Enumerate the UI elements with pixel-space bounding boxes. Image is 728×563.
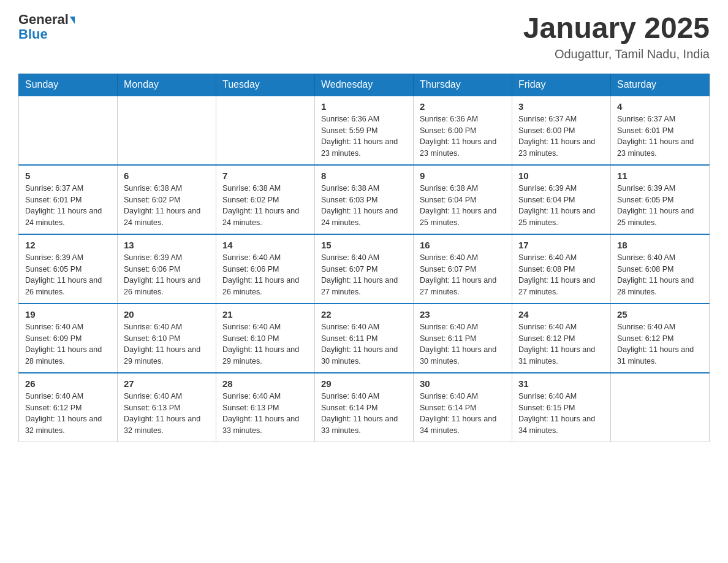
day-number: 8 xyxy=(321,170,407,181)
week-row-3: 12Sunrise: 6:39 AM Sunset: 6:05 PM Dayli… xyxy=(19,234,710,304)
day-info: Sunrise: 6:40 AM Sunset: 6:06 PM Dayligh… xyxy=(222,252,308,298)
day-number: 2 xyxy=(420,101,506,112)
day-number: 30 xyxy=(420,378,506,389)
calendar-cell: 1Sunrise: 6:36 AM Sunset: 5:59 PM Daylig… xyxy=(315,96,414,165)
day-number: 5 xyxy=(25,170,111,181)
calendar-cell: 31Sunrise: 6:40 AM Sunset: 6:15 PM Dayli… xyxy=(512,373,611,442)
day-number: 31 xyxy=(518,378,604,389)
header-sunday: Sunday xyxy=(19,74,118,96)
day-info: Sunrise: 6:40 AM Sunset: 6:13 PM Dayligh… xyxy=(124,391,210,437)
day-number: 27 xyxy=(124,378,210,389)
calendar-cell: 23Sunrise: 6:40 AM Sunset: 6:11 PM Dayli… xyxy=(414,304,512,373)
calendar-cell: 7Sunrise: 6:38 AM Sunset: 6:02 PM Daylig… xyxy=(216,165,315,234)
calendar-header-row: SundayMondayTuesdayWednesdayThursdayFrid… xyxy=(19,74,710,96)
day-info: Sunrise: 6:38 AM Sunset: 6:02 PM Dayligh… xyxy=(124,183,210,229)
day-number: 20 xyxy=(124,309,210,320)
header-tuesday: Tuesday xyxy=(216,74,315,96)
calendar-cell: 3Sunrise: 6:37 AM Sunset: 6:00 PM Daylig… xyxy=(512,96,611,165)
day-number: 6 xyxy=(124,170,210,181)
calendar-cell: 13Sunrise: 6:39 AM Sunset: 6:06 PM Dayli… xyxy=(118,234,216,304)
day-info: Sunrise: 6:40 AM Sunset: 6:08 PM Dayligh… xyxy=(518,252,604,298)
calendar-cell xyxy=(19,96,118,165)
day-info: Sunrise: 6:37 AM Sunset: 6:01 PM Dayligh… xyxy=(25,183,111,229)
logo-blue-text: Blue xyxy=(18,27,75,42)
calendar-cell: 27Sunrise: 6:40 AM Sunset: 6:13 PM Dayli… xyxy=(118,373,216,442)
calendar-cell: 28Sunrise: 6:40 AM Sunset: 6:13 PM Dayli… xyxy=(216,373,315,442)
location-subtitle: Odugattur, Tamil Nadu, India xyxy=(523,47,710,61)
day-number: 7 xyxy=(222,170,308,181)
day-number: 4 xyxy=(617,101,703,112)
day-info: Sunrise: 6:37 AM Sunset: 6:00 PM Dayligh… xyxy=(518,113,604,159)
header-monday: Monday xyxy=(118,74,216,96)
calendar-cell: 15Sunrise: 6:40 AM Sunset: 6:07 PM Dayli… xyxy=(315,234,414,304)
day-number: 10 xyxy=(518,170,604,181)
calendar-cell: 6Sunrise: 6:38 AM Sunset: 6:02 PM Daylig… xyxy=(118,165,216,234)
day-info: Sunrise: 6:39 AM Sunset: 6:05 PM Dayligh… xyxy=(25,252,111,298)
week-row-5: 26Sunrise: 6:40 AM Sunset: 6:12 PM Dayli… xyxy=(19,373,710,442)
day-number: 29 xyxy=(321,378,407,389)
day-number: 11 xyxy=(617,170,703,181)
logo-triangle-icon xyxy=(70,17,75,24)
day-info: Sunrise: 6:38 AM Sunset: 6:03 PM Dayligh… xyxy=(321,183,407,229)
logo-general-text: General xyxy=(18,12,69,27)
day-number: 15 xyxy=(321,240,407,250)
day-number: 1 xyxy=(321,101,407,112)
calendar-cell: 21Sunrise: 6:40 AM Sunset: 6:10 PM Dayli… xyxy=(216,304,315,373)
calendar-cell: 5Sunrise: 6:37 AM Sunset: 6:01 PM Daylig… xyxy=(19,165,118,234)
day-number: 23 xyxy=(420,309,506,320)
week-row-2: 5Sunrise: 6:37 AM Sunset: 6:01 PM Daylig… xyxy=(19,165,710,234)
calendar-cell: 2Sunrise: 6:36 AM Sunset: 6:00 PM Daylig… xyxy=(414,96,512,165)
calendar-table: SundayMondayTuesdayWednesdayThursdayFrid… xyxy=(18,74,710,442)
day-info: Sunrise: 6:40 AM Sunset: 6:11 PM Dayligh… xyxy=(321,321,407,367)
day-number: 13 xyxy=(124,240,210,250)
day-info: Sunrise: 6:40 AM Sunset: 6:15 PM Dayligh… xyxy=(518,391,604,437)
calendar-cell: 12Sunrise: 6:39 AM Sunset: 6:05 PM Dayli… xyxy=(19,234,118,304)
calendar-cell: 22Sunrise: 6:40 AM Sunset: 6:11 PM Dayli… xyxy=(315,304,414,373)
day-number: 9 xyxy=(420,170,506,181)
day-info: Sunrise: 6:36 AM Sunset: 6:00 PM Dayligh… xyxy=(420,113,506,159)
day-info: Sunrise: 6:39 AM Sunset: 6:04 PM Dayligh… xyxy=(518,183,604,229)
calendar-cell: 8Sunrise: 6:38 AM Sunset: 6:03 PM Daylig… xyxy=(315,165,414,234)
logo: General Blue xyxy=(18,12,75,42)
day-info: Sunrise: 6:40 AM Sunset: 6:11 PM Dayligh… xyxy=(420,321,506,367)
header-saturday: Saturday xyxy=(611,74,710,96)
calendar-cell: 16Sunrise: 6:40 AM Sunset: 6:07 PM Dayli… xyxy=(414,234,512,304)
day-info: Sunrise: 6:37 AM Sunset: 6:01 PM Dayligh… xyxy=(617,113,703,159)
day-number: 12 xyxy=(25,240,111,250)
calendar-cell: 9Sunrise: 6:38 AM Sunset: 6:04 PM Daylig… xyxy=(414,165,512,234)
calendar-cell: 19Sunrise: 6:40 AM Sunset: 6:09 PM Dayli… xyxy=(19,304,118,373)
day-info: Sunrise: 6:40 AM Sunset: 6:09 PM Dayligh… xyxy=(25,321,111,367)
day-info: Sunrise: 6:38 AM Sunset: 6:02 PM Dayligh… xyxy=(222,183,308,229)
calendar-cell: 20Sunrise: 6:40 AM Sunset: 6:10 PM Dayli… xyxy=(118,304,216,373)
day-number: 28 xyxy=(222,378,308,389)
day-info: Sunrise: 6:40 AM Sunset: 6:12 PM Dayligh… xyxy=(518,321,604,367)
day-number: 17 xyxy=(518,240,604,250)
day-info: Sunrise: 6:40 AM Sunset: 6:12 PM Dayligh… xyxy=(617,321,703,367)
calendar-cell: 24Sunrise: 6:40 AM Sunset: 6:12 PM Dayli… xyxy=(512,304,611,373)
day-info: Sunrise: 6:40 AM Sunset: 6:12 PM Dayligh… xyxy=(25,391,111,437)
header-wednesday: Wednesday xyxy=(315,74,414,96)
day-info: Sunrise: 6:36 AM Sunset: 5:59 PM Dayligh… xyxy=(321,113,407,159)
day-number: 24 xyxy=(518,309,604,320)
day-number: 19 xyxy=(25,309,111,320)
day-info: Sunrise: 6:39 AM Sunset: 6:06 PM Dayligh… xyxy=(124,252,210,298)
calendar-cell: 26Sunrise: 6:40 AM Sunset: 6:12 PM Dayli… xyxy=(19,373,118,442)
day-info: Sunrise: 6:40 AM Sunset: 6:08 PM Dayligh… xyxy=(617,252,703,298)
day-info: Sunrise: 6:40 AM Sunset: 6:14 PM Dayligh… xyxy=(321,391,407,437)
day-number: 25 xyxy=(617,309,703,320)
calendar-cell: 18Sunrise: 6:40 AM Sunset: 6:08 PM Dayli… xyxy=(611,234,710,304)
calendar-cell: 10Sunrise: 6:39 AM Sunset: 6:04 PM Dayli… xyxy=(512,165,611,234)
month-title: January 2025 xyxy=(523,12,710,45)
day-number: 21 xyxy=(222,309,308,320)
day-number: 14 xyxy=(222,240,308,250)
day-number: 16 xyxy=(420,240,506,250)
calendar-cell xyxy=(118,96,216,165)
day-info: Sunrise: 6:40 AM Sunset: 6:07 PM Dayligh… xyxy=(420,252,506,298)
calendar-cell: 17Sunrise: 6:40 AM Sunset: 6:08 PM Dayli… xyxy=(512,234,611,304)
header-friday: Friday xyxy=(512,74,611,96)
day-info: Sunrise: 6:39 AM Sunset: 6:05 PM Dayligh… xyxy=(617,183,703,229)
day-number: 22 xyxy=(321,309,407,320)
day-info: Sunrise: 6:40 AM Sunset: 6:13 PM Dayligh… xyxy=(222,391,308,437)
day-info: Sunrise: 6:40 AM Sunset: 6:10 PM Dayligh… xyxy=(222,321,308,367)
page-header: General Blue January 2025 Odugattur, Tam… xyxy=(18,12,710,61)
